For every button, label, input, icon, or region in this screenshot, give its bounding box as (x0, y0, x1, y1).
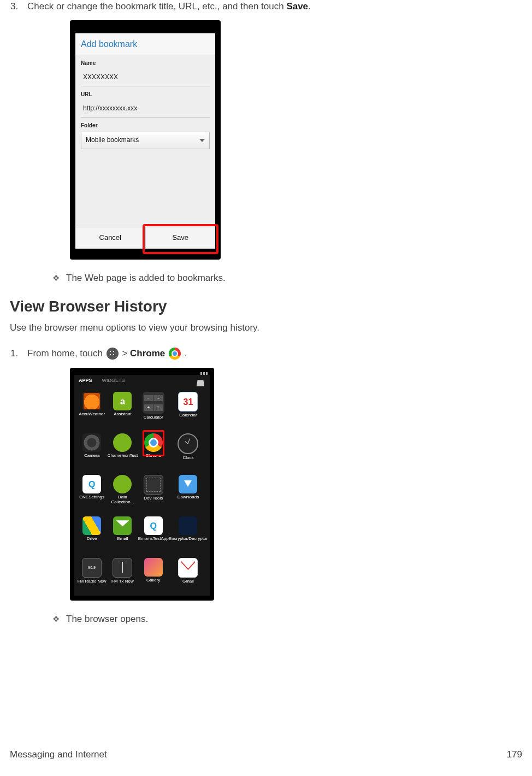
name-label: Name (81, 60, 210, 68)
app-cnesettings[interactable]: QCNESettings (76, 474, 107, 513)
app-label: Gmail (182, 579, 194, 584)
clock-icon (178, 433, 198, 454)
app-label: Data Collection... (107, 495, 138, 505)
app-label: Calculator (144, 415, 163, 420)
calendar-icon: 31 (178, 392, 198, 411)
app-fm-tx-new[interactable]: FM Tx New (107, 557, 138, 596)
step-3-text-before: Check or change the bookmark title, URL,… (27, 1, 286, 11)
app-camera[interactable]: Camera (76, 432, 107, 472)
section-subtext: Use the browser menu options to view you… (10, 321, 522, 335)
dev-tools-icon (144, 475, 163, 495)
cancel-button[interactable]: Cancel (75, 227, 145, 249)
step-1-text-before: From home, touch (27, 348, 105, 358)
app-accuweather[interactable]: AccuWeather (76, 391, 107, 430)
camera-icon (82, 433, 101, 452)
app-label: Downloads (178, 495, 199, 500)
app-label: FM Tx New (111, 579, 134, 584)
chameleontest-icon (113, 433, 132, 452)
app-dev-tools[interactable]: Dev Tools (138, 474, 169, 513)
fm-tx-new-icon (113, 558, 132, 578)
step-3: Check or change the bookmark title, URL,… (21, 0, 522, 260)
step-3-save-word: Save (286, 1, 308, 11)
data-collection--icon (113, 475, 132, 493)
app-label: FM Radio New (78, 579, 107, 584)
save-button[interactable]: Save (145, 227, 216, 249)
apps-icon (107, 348, 119, 360)
add-bookmark-screenshot: Add bookmark Name XXXXXXXX URL http://xx… (70, 20, 221, 260)
folder-select[interactable]: Mobile bookmarks (81, 132, 210, 149)
step-1: From home, touch > Chrome . APPS WIDGETS… (21, 347, 522, 601)
app-gmail[interactable]: Gmail (169, 557, 208, 596)
app-label: CNESettings (79, 495, 104, 500)
app-clock[interactable]: Clock (169, 432, 208, 472)
app-label: Email (117, 537, 128, 542)
app-chrome[interactable]: Chrome (138, 432, 169, 472)
tab-apps[interactable]: APPS (79, 377, 92, 386)
app-label: Drive (87, 537, 97, 542)
app-label: Assistant (114, 412, 131, 417)
email-icon (113, 516, 132, 535)
app-label: ChameleonTest (108, 454, 138, 458)
app-label: Encryptor/Decryptor (169, 537, 208, 542)
step-1-text-after: . (185, 348, 187, 358)
result-bookmark-added: The Web page is added to bookmarks. (66, 272, 226, 285)
apps-grid-screenshot: APPS WIDGETS AccuWeatheraAssistant−÷+=Ca… (70, 368, 214, 601)
assistant-icon: a (113, 392, 132, 410)
tab-widgets[interactable]: WIDGETS (102, 377, 125, 386)
app-label: Calendar (179, 413, 197, 418)
calculator-icon: −÷+= (143, 392, 164, 414)
fm-radio-new-icon: 90.9 (82, 558, 102, 578)
name-input[interactable]: XXXXXXXX (81, 69, 210, 86)
app-label: Clock (182, 456, 193, 461)
result-browser-opens: The browser opens. (66, 613, 148, 626)
app-data-collection-[interactable]: Data Collection... (107, 474, 138, 513)
app-email[interactable]: Email (107, 515, 138, 555)
embmstestapp-icon: Q (144, 516, 163, 535)
app-gallery[interactable]: Gallery (138, 557, 169, 596)
step-1-chrome-word: Chrome (130, 348, 165, 358)
app-label: Gallery (146, 578, 160, 583)
app-encryptor-decryptor[interactable]: Encryptor/Decryptor (169, 515, 208, 555)
app-label: AccuWeather (79, 412, 105, 417)
add-bookmark-title: Add bookmark (75, 33, 215, 55)
app-assistant[interactable]: aAssistant (107, 391, 138, 430)
url-input[interactable]: http://xxxxxxxx.xxx (81, 101, 210, 117)
app-drive[interactable]: Drive (76, 515, 107, 555)
app-label: EmbmsTestApp (138, 537, 169, 542)
diamond-bullet-icon: ❖ (52, 272, 60, 285)
chrome-icon (144, 433, 163, 452)
encryptor-decryptor-icon (179, 516, 197, 535)
gallery-icon (144, 558, 163, 577)
url-label: URL (81, 91, 210, 99)
diamond-bullet-icon: ❖ (52, 613, 60, 626)
phone1-statusbar (75, 26, 215, 33)
app-label: Camera (84, 454, 99, 458)
app-calculator[interactable]: −÷+=Calculator (138, 391, 169, 430)
accuweather-icon (82, 392, 101, 410)
step-3-text-after: . (308, 1, 311, 11)
downloads-icon (179, 475, 197, 493)
app-embmstestapp[interactable]: QEmbmsTestApp (138, 515, 169, 555)
app-calendar[interactable]: 31Calendar (169, 391, 208, 430)
gmail-icon (178, 558, 198, 578)
shop-icon[interactable] (196, 378, 205, 386)
section-heading-view-browser-history: View Browser History (10, 296, 522, 318)
app-label: Dev Tools (144, 496, 163, 501)
app-chameleontest[interactable]: ChameleonTest (107, 432, 138, 472)
app-downloads[interactable]: Downloads (169, 474, 208, 513)
footer-chapter: Messaging and Internet (10, 748, 107, 762)
app-label: Chrome (145, 454, 161, 458)
step-1-gt: > (122, 348, 130, 358)
drive-icon (82, 516, 101, 535)
footer-page-number: 179 (507, 748, 522, 762)
chrome-icon (169, 348, 181, 360)
folder-label: Folder (81, 122, 210, 130)
app-fm-radio-new[interactable]: 90.9FM Radio New (76, 557, 107, 596)
cnesettings-icon: Q (82, 475, 101, 493)
